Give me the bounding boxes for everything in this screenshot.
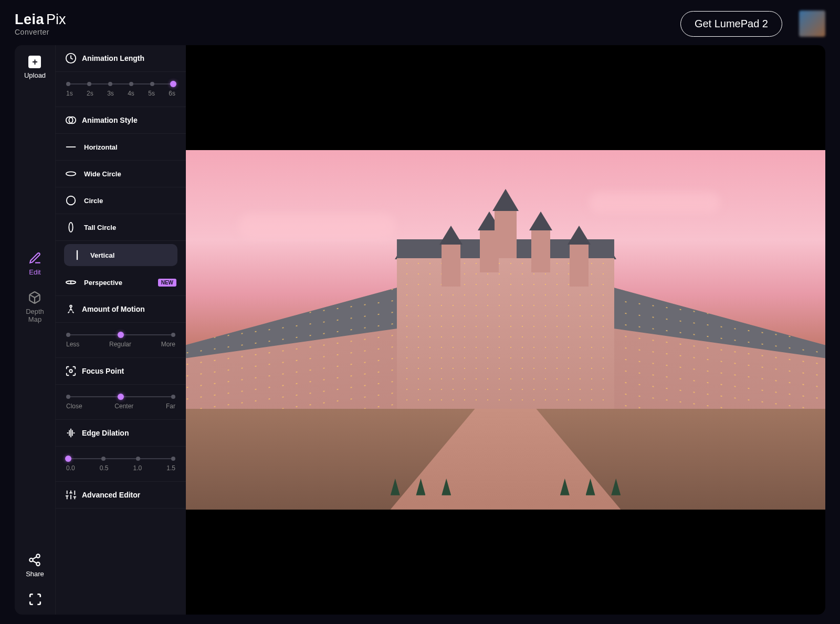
nav-label: Edit [29, 268, 40, 276]
share-icon [28, 553, 41, 567]
plus-icon: + [28, 56, 41, 68]
advanced-editor-button[interactable]: Advanced Editor [56, 482, 186, 509]
header: Leia Pix Converter Get LumePad 2 [0, 0, 840, 45]
avatar[interactable] [799, 10, 825, 37]
edit-icon [28, 251, 42, 265]
style-circle[interactable]: Circle [56, 187, 186, 214]
section-animation-style: Animation Style [56, 107, 186, 134]
svg-line-3 [33, 561, 37, 563]
svg-point-11 [69, 223, 72, 232]
get-lumepad-button[interactable]: Get LumePad 2 [680, 11, 782, 37]
section-edge-dilation: Edge Dilation [56, 420, 186, 447]
svg-point-15 [70, 305, 72, 308]
nav-edit[interactable]: Edit [28, 251, 42, 276]
svg-line-4 [33, 557, 37, 559]
slider-ticks: Less Regular More [66, 341, 175, 348]
slider-ticks: 1s 2s 3s 4s 5s 6s [66, 90, 175, 97]
circles-icon [65, 114, 77, 126]
wide-circle-icon [65, 168, 77, 179]
slider-animation-length[interactable]: 1s 2s 3s 4s 5s 6s [56, 72, 186, 107]
slider-thumb[interactable] [170, 81, 176, 87]
preview-image[interactable] [186, 150, 825, 509]
slider-thumb[interactable] [118, 394, 124, 400]
nav-label: Share [26, 570, 44, 578]
section-title: Focus Point [82, 367, 124, 375]
slider-amount-motion[interactable]: Less Regular More [56, 323, 186, 358]
nav-fullscreen[interactable] [28, 593, 42, 606]
svg-point-0 [37, 554, 40, 558]
nav-label: Upload [24, 71, 46, 79]
section-title: Advanced Editor [82, 491, 140, 499]
nav-upload[interactable]: + Upload [24, 56, 46, 79]
sliders-icon [65, 489, 77, 501]
clock-icon [65, 52, 77, 64]
nav-label: Depth [26, 308, 44, 315]
slider-ticks: Close Center Far [66, 403, 175, 410]
section-animation-length: Animation Length [56, 45, 186, 72]
svg-point-16 [69, 369, 72, 373]
logo-main: Leia [15, 12, 44, 28]
logo-subtitle: Converter [15, 28, 66, 36]
section-title: Amount of Motion [82, 305, 145, 313]
svg-point-2 [37, 562, 40, 566]
focus-icon [65, 365, 77, 377]
slider-thumb[interactable] [118, 332, 124, 338]
style-wide-circle[interactable]: Wide Circle [56, 161, 186, 187]
perspective-icon [65, 277, 77, 288]
section-title: Edge Dilation [82, 429, 129, 437]
cube-icon [28, 291, 41, 304]
fullscreen-icon [28, 593, 42, 606]
style-perspective[interactable]: Perspective NEW [56, 269, 186, 296]
svg-point-10 [67, 196, 76, 205]
style-tall-circle[interactable]: Tall Circle [56, 214, 186, 241]
nav-label-2: Map [28, 315, 41, 323]
section-title: Animation Length [82, 54, 144, 62]
control-panel: Animation Length 1s 2s 3s 4s 5s 6s A [56, 45, 186, 615]
dilation-icon [65, 427, 77, 439]
new-badge: NEW [158, 279, 176, 287]
motion-icon [65, 303, 77, 315]
style-vertical[interactable]: Vertical [64, 244, 177, 266]
section-amount-motion: Amount of Motion [56, 296, 186, 323]
svg-point-9 [66, 172, 76, 175]
vertical-icon [71, 249, 83, 261]
horizontal-icon [65, 141, 77, 153]
slider-edge-dilation[interactable]: 0.0 0.5 1.0 1.5 [56, 447, 186, 482]
svg-point-1 [30, 558, 34, 562]
style-horizontal[interactable]: Horizontal [56, 134, 186, 161]
nav-share[interactable]: Share [26, 553, 44, 578]
logo-suffix: Pix [46, 12, 66, 28]
slider-focus-point[interactable]: Close Center Far [56, 385, 186, 420]
slider-ticks: 0.0 0.5 1.0 1.5 [66, 464, 175, 472]
circle-icon [65, 195, 77, 206]
section-title: Animation Style [82, 116, 138, 124]
section-focus-point: Focus Point [56, 358, 186, 385]
nav-sidebar: + Upload Edit Depth Map Share [15, 45, 56, 615]
tall-circle-icon [65, 221, 77, 233]
slider-thumb[interactable] [65, 456, 71, 462]
nav-depth-map[interactable]: Depth Map [26, 291, 44, 323]
preview-area [186, 45, 825, 615]
workspace: + Upload Edit Depth Map Share [15, 45, 825, 615]
logo[interactable]: Leia Pix Converter [15, 12, 66, 36]
